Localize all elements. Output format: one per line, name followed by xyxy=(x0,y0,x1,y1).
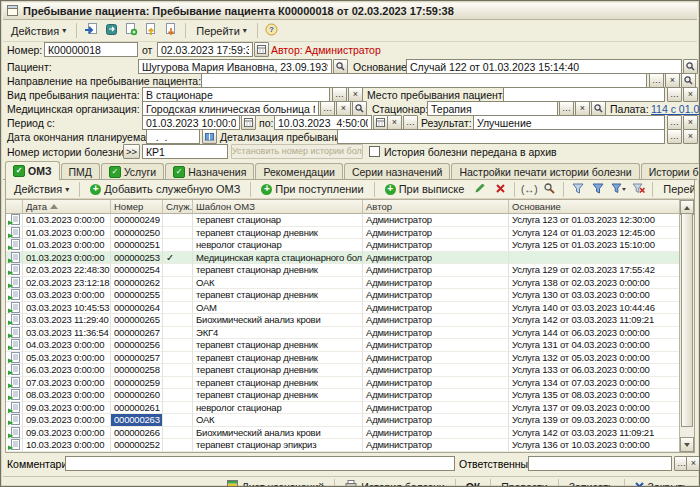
table-row[interactable]: 05.03.2023 0:00:00000000257терапевт стац… xyxy=(6,352,694,365)
ellipsis-icon[interactable]: … xyxy=(649,73,664,88)
ellipsis-icon[interactable]: … xyxy=(559,101,574,116)
patient-input[interactable] xyxy=(138,59,332,74)
calendar-icon[interactable] xyxy=(254,42,269,57)
referral-input[interactable] xyxy=(201,73,647,88)
help-button[interactable]: ? xyxy=(263,22,281,39)
goto-menu-button[interactable]: Перейти▾ xyxy=(191,23,252,39)
tab-naznacheniya[interactable]: ✓Назначения xyxy=(165,163,254,179)
clear-icon[interactable]: × xyxy=(665,73,680,88)
find-button[interactable] xyxy=(540,181,558,198)
number-input[interactable] xyxy=(44,42,138,57)
search-icon[interactable] xyxy=(681,73,696,88)
header-date[interactable]: Дата xyxy=(23,200,111,214)
table-row[interactable]: 04.03.2023 0:00:00000000256терапевт стац… xyxy=(6,339,694,352)
tab-nastroyki-pechati-istorii[interactable]: Настройки печати истории болезни xyxy=(451,163,639,179)
table-row[interactable]: 03.03.2023 0:00:00000000255терапевт стац… xyxy=(6,289,694,302)
table-row[interactable]: 03.03.2023 11:36:54000000267ЭКГ4Админист… xyxy=(6,327,694,340)
book-calendar-icon[interactable] xyxy=(202,129,217,144)
write-document-button[interactable] xyxy=(82,22,100,39)
table-row[interactable]: 01.03.2023 0:00:00000000250терапевт стац… xyxy=(6,227,694,240)
omz-goto-menu-button[interactable]: Перейти▾ xyxy=(658,181,694,197)
table-row[interactable]: 07.03.2023 0:00:00000000259терапевт стац… xyxy=(6,377,694,390)
table-row[interactable]: 02.03.2023 22:48:30000000254терапевт ста… xyxy=(6,264,694,277)
document-datetime-input[interactable] xyxy=(157,42,253,57)
vertical-scrollbar[interactable] xyxy=(679,200,694,452)
post-button[interactable]: Провести xyxy=(495,481,553,487)
filter-history-button[interactable] xyxy=(609,181,627,198)
reread-button[interactable] xyxy=(102,22,120,39)
comment-input[interactable] xyxy=(65,456,455,471)
table-row[interactable]: 01.03.2023 0:00:00000000253✓Медицинская … xyxy=(6,252,694,265)
set-case-number-button[interactable]: Установить номер истории болезни xyxy=(231,144,363,159)
delete-row-button[interactable] xyxy=(491,181,509,198)
ok-button[interactable]: ОК xyxy=(460,481,487,487)
scrollbar-thumb[interactable] xyxy=(681,213,693,427)
header-basis[interactable]: Основание xyxy=(509,200,694,214)
table-row[interactable]: 09.03.2023 0:00:00000000266Биохимический… xyxy=(6,427,694,440)
clear-icon[interactable]: × xyxy=(686,456,700,471)
load-button[interactable] xyxy=(142,22,160,39)
add-service-omz-button[interactable]: + Добавить служебную ОМЗ xyxy=(85,181,245,197)
on-admission-button[interactable]: + При поступлении xyxy=(256,181,368,197)
on-discharge-button[interactable]: + При выписке xyxy=(380,181,470,197)
table-row[interactable]: 10.03.2023 0:00:00000000252терапевт стац… xyxy=(6,439,694,452)
filter-settings-button[interactable] xyxy=(569,181,587,198)
tab-serii-naznacheniy[interactable]: Серии назначений xyxy=(344,163,451,179)
header-icon-column[interactable] xyxy=(6,200,23,214)
header-number[interactable]: Номер xyxy=(111,200,163,214)
planned-end-input[interactable] xyxy=(146,129,200,144)
archived-checkbox[interactable] xyxy=(369,146,380,157)
table-row[interactable]: 09.03.2023 0:00:00000000261невролог стац… xyxy=(6,402,694,415)
med-org-input[interactable] xyxy=(142,101,319,116)
filter-by-value-button[interactable] xyxy=(589,181,607,198)
period-from-input[interactable] xyxy=(142,115,240,130)
header-template[interactable]: Шаблон ОМЗ xyxy=(193,200,363,214)
table-row[interactable]: 01.03.2023 0:00:00000000251невролог стац… xyxy=(6,239,694,252)
header-service[interactable]: Служ. xyxy=(163,200,193,214)
ellipsis-icon[interactable]: … xyxy=(320,101,335,116)
table-row[interactable]: 02.03.2023 23:12:18000000262ОАКАдминистр… xyxy=(6,277,694,290)
move-columns-button[interactable]: (↔) xyxy=(520,181,538,198)
table-row[interactable]: 03.03.2023 10:45:53000000264ОАМАдминистр… xyxy=(6,302,694,315)
tab-pmd[interactable]: ПМД xyxy=(61,163,100,179)
table-row[interactable]: 03.03.2023 11:29:40000000265Биохимически… xyxy=(6,314,694,327)
search-icon[interactable] xyxy=(333,59,348,74)
save-button[interactable]: Записать xyxy=(563,481,620,487)
table-row[interactable]: 08.03.2023 0:00:00000000260терапевт стац… xyxy=(6,389,694,402)
edit-row-button[interactable] xyxy=(471,181,489,198)
ellipsis-icon[interactable]: … xyxy=(667,129,682,144)
ellipsis-icon[interactable]: … xyxy=(403,115,418,130)
result-input[interactable] xyxy=(473,115,665,130)
clear-icon[interactable]: × xyxy=(683,129,698,144)
prescription-sheet-button[interactable]: Лист назначений xyxy=(221,480,330,487)
scroll-down-button[interactable] xyxy=(680,437,694,452)
expand-button[interactable]: >> xyxy=(123,144,140,159)
table-row[interactable]: 09.03.2023 0:00:00000000263ОАКАдминистра… xyxy=(6,414,694,427)
case-history-button[interactable]: История болезни xyxy=(339,480,450,487)
close-button[interactable]: Закрыть xyxy=(629,481,694,487)
clear-filter-button[interactable] xyxy=(629,181,647,198)
omz-actions-menu-button[interactable]: Действия▾ xyxy=(9,181,74,197)
unload-button[interactable] xyxy=(162,22,180,39)
tab-uslugi[interactable]: ✓Услуги xyxy=(101,163,164,179)
actions-menu-button[interactable]: Действия▾ xyxy=(6,23,71,39)
stay-type-input[interactable] xyxy=(142,87,330,102)
table-row[interactable]: 06.03.2023 0:00:00000000258терапевт стац… xyxy=(6,364,694,377)
period-to-input[interactable] xyxy=(274,115,372,130)
calendar-icon[interactable] xyxy=(373,115,388,130)
stay-detail-input[interactable] xyxy=(337,129,665,144)
search-icon[interactable] xyxy=(591,101,606,116)
calendar-icon[interactable] xyxy=(241,115,256,130)
basis-input[interactable] xyxy=(406,59,682,74)
copy-button[interactable] xyxy=(122,22,140,39)
search-icon[interactable] xyxy=(352,101,367,116)
clear-icon[interactable]: × xyxy=(683,87,698,102)
ellipsis-icon[interactable]: … xyxy=(667,115,682,130)
clear-icon[interactable]: × xyxy=(683,115,698,130)
hospital-input[interactable] xyxy=(427,101,558,116)
responsible-input[interactable] xyxy=(528,456,672,471)
tab-istorii-bolezni[interactable]: Истории болезни xyxy=(641,163,700,179)
header-author[interactable]: Автор xyxy=(363,200,509,214)
clear-icon[interactable]: × xyxy=(348,87,363,102)
tab-omz[interactable]: ✓ОМЗ xyxy=(5,161,60,180)
